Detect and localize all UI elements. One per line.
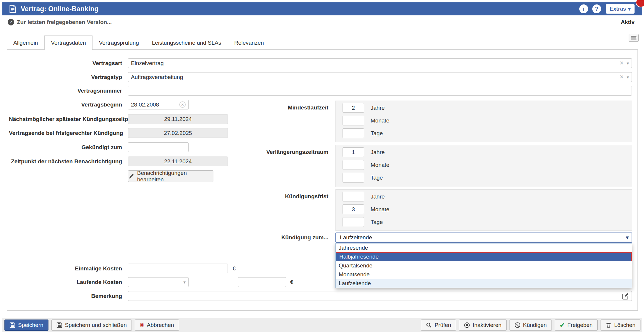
chevron-down-icon: ▾ [628,6,631,12]
slash-circle-icon [515,322,520,328]
vertragstyp-label: Vertragstyp [9,72,122,82]
mindestlaufzeit-tage-input[interactable] [343,128,364,138]
option-laufzeitende[interactable]: Laufzeitende [336,279,632,288]
clear-icon[interactable]: ✕ [619,60,624,66]
save-close-label: Speichern und schließen [65,322,127,328]
chevron-down-icon[interactable]: ▾ [627,75,629,80]
check-circle-icon: ✓ [8,19,14,25]
edit-notifications-button[interactable]: Benachrichtigungen bearbeiten [128,170,213,182]
mindestlaufzeit-jahre-input[interactable] [343,103,364,113]
terminate-label: Kündigen [523,322,547,328]
bemerkung-input[interactable] [128,291,632,301]
text-cursor [339,235,339,241]
app-window: Vertrag: Online-Banking i ? Extras ▾ ✓ Z… [0,0,644,334]
vertragstyp-value: Auftragsverarbeitung [131,72,617,82]
vertragsbeginn-input[interactable]: 28.02.2008 ✕ [128,100,189,109]
option-jahresende[interactable]: Jahresende [336,243,632,252]
deactivate-button[interactable]: Inaktivieren [459,320,506,331]
extras-label: Extras [610,6,626,12]
kuendigung-zum-label: Kündigung zum... [214,233,328,243]
kuendigungsfrist-monate-input[interactable] [343,204,364,214]
version-link[interactable]: Zur letzten freigegebenen Version... [17,19,112,25]
kuendigungsfrist-jahre-input[interactable] [343,192,364,201]
bemerkung-label: Bemerkung [9,291,122,301]
kuendigungsfrist-group: Jahre Monate Tage [335,189,632,231]
laufende-kosten-amount-input[interactable] [238,277,286,287]
vertragsende-field: 27.02.2025 [128,128,228,138]
tab-vertragspruefung[interactable]: Vertragsprüfung [93,36,145,50]
help-icon[interactable]: ? [592,4,601,13]
kuendigung-zum-select[interactable]: Laufzeitende ▾ [335,233,632,243]
chevron-down-icon[interactable]: ▾ [627,61,629,66]
verlaengerungszeitraum-group: Jahre Monate Tage [335,145,632,187]
verlaengerungszeitraum-label: Verlängerungszeitraum [214,147,328,157]
tab-allgemein[interactable]: Allgemein [7,36,44,50]
delete-button[interactable]: Löschen [601,320,640,331]
page-title: Vertrag: Online-Banking [21,5,98,13]
check-button[interactable]: Prüfen [421,320,456,331]
vertragsart-select[interactable]: Einzelvertrag ✕ ▾ [128,58,632,68]
release-button[interactable]: ✔ Freigeben [555,320,598,331]
kuendigungsfrist-tage-input[interactable] [343,217,364,227]
verlaengerung-jahre-input[interactable] [343,147,364,157]
option-halbjahresende[interactable]: Halbjahresende [336,252,632,261]
einmalige-kosten-input[interactable] [128,264,228,273]
tab-leistungsscheine[interactable]: Leistungsscheine und SLAs [145,36,228,50]
vertragsart-label: Vertragsart [9,58,122,68]
title-bar: Vertrag: Online-Banking i ? Extras ▾ [2,2,642,15]
edit-notifications-icon [128,173,134,179]
save-icon [9,322,15,328]
status-bar: ✓ Zur letzten freigegebenen Version... A… [2,15,642,29]
tage-unit-label: Tage [371,128,383,138]
tab-relevanzen[interactable]: Relevanzen [228,36,270,50]
monate-unit-label: Monate [371,204,389,214]
option-quartalsende[interactable]: Quartalsende [336,261,632,270]
clear-icon[interactable]: ✕ [619,74,624,80]
trash-icon [606,322,611,328]
save-button[interactable]: Speichern [4,320,48,331]
vertragsbeginn-label: Vertragsbeginn [9,100,122,109]
gekuendigt-zum-input[interactable] [128,142,189,152]
compose-icon[interactable] [622,293,629,300]
save-label: Speichern [18,322,43,328]
terminate-button[interactable]: Kündigen [510,320,552,331]
option-monatsende[interactable]: Monatsende [336,270,632,279]
jahre-unit-label: Jahre [371,103,385,113]
vertragstyp-select[interactable]: Auftragsverarbeitung ✕ ▾ [128,72,632,82]
chevron-down-icon[interactable]: ▾ [183,280,186,285]
laufende-kosten-label: Laufende Kosten [9,277,122,287]
kuendigung-zum-dropdown: Jahresende Halbjahresende Quartalsende M… [335,243,632,288]
verlaengerung-monate-input[interactable] [343,160,364,170]
cancel-icon: ✖ [140,322,144,328]
verlaengerung-tage-input[interactable] [343,173,364,183]
chevron-down-icon[interactable]: ▾ [626,234,629,241]
mindestlaufzeit-monate-input[interactable] [343,116,364,125]
mindestlaufzeit-group: Monate Tage Jahre [335,101,632,142]
layout-toggle-button[interactable] [629,34,639,42]
tab-bar: Allgemein Vertragsdaten Vertragsprüfung … [7,36,270,50]
vertragsbeginn-value: 28.02.2008 [131,100,176,109]
gekuendigt-zum-label: Gekündigt zum [9,142,122,152]
vertragsnummer-input[interactable] [128,86,632,96]
kuendigungsfrist-label: Kündigungsfrist [214,191,328,201]
tage-unit-label: Tage [371,173,383,183]
currency-label: € [233,264,236,273]
clear-date-icon[interactable]: ✕ [179,101,186,108]
jahre-unit-label: Jahre [371,192,385,201]
info-icon[interactable]: i [579,4,588,13]
jahre-unit-label: Jahre [371,147,385,157]
currency-label: € [290,277,293,287]
cancel-button[interactable]: ✖ Abbrechen [135,320,179,331]
layout-icon [630,36,637,40]
deactivate-label: Inaktivieren [473,322,501,328]
extras-button[interactable]: Extras ▾ [606,4,635,14]
kuendigungszeitpunkt-label: Nächstmöglicher spätester Kündigungszeit… [9,114,122,124]
kuendigung-zum-value: Laufzeitende [339,234,626,241]
bottom-toolbar: Speichern Speichern und schließen ✖ Abbr… [2,318,642,332]
laufende-kosten-interval-select[interactable]: ▾ [128,277,189,287]
mindestlaufzeit-label: Mindestlaufzeit [214,103,328,112]
search-icon [426,322,432,328]
save-close-button[interactable]: Speichern und schließen [51,320,132,331]
tab-vertragsdaten[interactable]: Vertragsdaten [44,36,92,50]
benachrichtigung-label: Zeitpunkt der nächsten Benachrichtigung [9,156,122,166]
